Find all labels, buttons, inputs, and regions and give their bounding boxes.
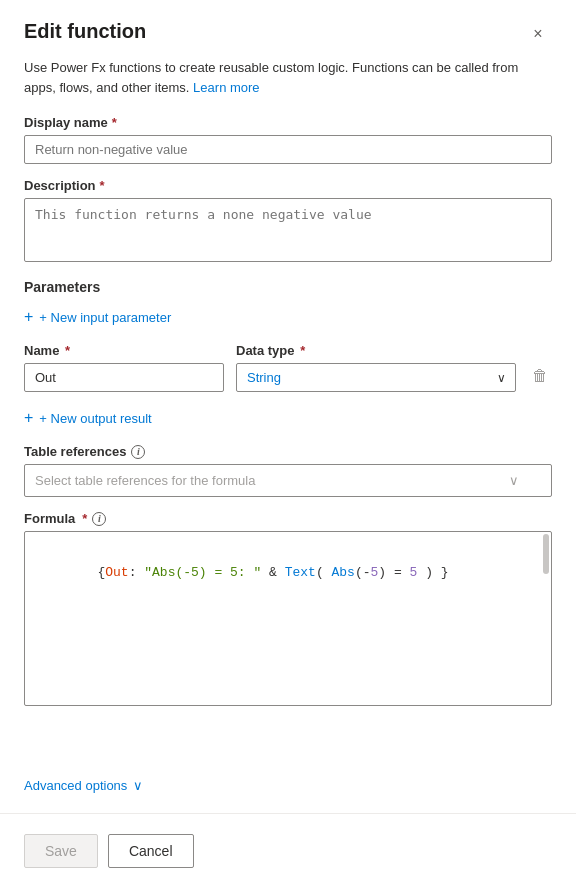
table-ref-select[interactable]: Select table references for the formula … — [24, 464, 552, 497]
chevron-down-icon-table: ∨ — [509, 473, 519, 488]
formula-info-icon[interactable]: i — [92, 512, 106, 526]
trash-icon: 🗑 — [532, 367, 548, 385]
table-ref-select-wrapper[interactable]: Select table references for the formula … — [24, 464, 552, 497]
table-ref-placeholder-text: Select table references for the formula — [35, 473, 255, 488]
parameters-section: Parameters + + New input parameter Name … — [24, 279, 552, 444]
footer-buttons: Save Cancel — [24, 830, 552, 868]
description-label: Description * — [24, 178, 552, 193]
parameter-row: Name * Data type * String Number Boolean… — [24, 343, 552, 392]
advanced-options-label: Advanced options — [24, 778, 127, 793]
dialog-header: Edit function × — [24, 20, 552, 48]
footer-divider — [0, 813, 576, 814]
formula-code-line: {Out: "Abs(-5) = 5: " & Text( Abs(-5) = … — [35, 542, 541, 604]
new-input-label: + New input parameter — [39, 310, 171, 325]
new-input-parameter-button[interactable]: + + New input parameter — [24, 305, 171, 329]
new-output-result-button[interactable]: + + New output result — [24, 406, 152, 430]
description-required: * — [100, 178, 105, 193]
display-name-required: * — [112, 115, 117, 130]
data-type-wrapper: String Number Boolean Date DateTime ∨ — [236, 363, 516, 392]
close-icon: × — [533, 25, 542, 43]
save-button[interactable]: Save — [24, 834, 98, 868]
param-name-label: Name * — [24, 343, 224, 358]
dialog-description: Use Power Fx functions to create reusabl… — [24, 58, 552, 97]
display-name-input[interactable] — [24, 135, 552, 164]
formula-scrollbar[interactable] — [543, 534, 549, 574]
param-type-label: Data type * — [236, 343, 516, 358]
description-input[interactable] — [24, 198, 552, 262]
table-ref-label: Table references i — [24, 444, 552, 459]
parameters-section-label: Parameters — [24, 279, 552, 295]
plus-icon: + — [24, 309, 33, 325]
param-name-group: Name * — [24, 343, 224, 392]
table-references-group: Table references i Select table referenc… — [24, 444, 552, 497]
edit-function-dialog: Edit function × Use Power Fx functions t… — [0, 0, 576, 888]
delete-param-button[interactable]: 🗑 — [528, 361, 552, 391]
description-group: Description * — [24, 178, 552, 265]
close-button[interactable]: × — [524, 20, 552, 48]
cancel-button[interactable]: Cancel — [108, 834, 194, 868]
param-type-group: Data type * String Number Boolean Date D… — [236, 343, 516, 392]
formula-group: Formula * i {Out: "Abs(-5) = 5: " & Text… — [24, 511, 552, 706]
dialog-title: Edit function — [24, 20, 146, 43]
table-ref-info-icon[interactable]: i — [131, 445, 145, 459]
advanced-options-button[interactable]: Advanced options ∨ — [24, 778, 552, 793]
plus-icon-output: + — [24, 410, 33, 426]
formula-label: Formula * i — [24, 511, 552, 526]
data-type-select[interactable]: String Number Boolean Date DateTime — [236, 363, 516, 392]
param-name-input[interactable] — [24, 363, 224, 392]
learn-more-link[interactable]: Learn more — [193, 80, 259, 95]
chevron-down-icon-advanced: ∨ — [133, 778, 143, 793]
formula-editor[interactable]: {Out: "Abs(-5) = 5: " & Text( Abs(-5) = … — [24, 531, 552, 706]
new-output-label: + New output result — [39, 411, 151, 426]
display-name-label: Display name * — [24, 115, 552, 130]
display-name-group: Display name * — [24, 115, 552, 164]
